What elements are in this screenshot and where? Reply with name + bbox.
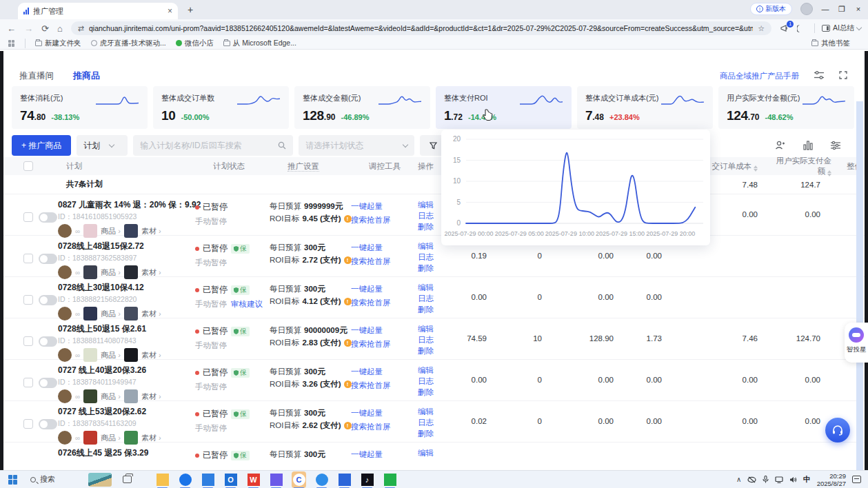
- reload-icon[interactable]: ⟳: [41, 24, 49, 33]
- plan-title[interactable]: 0728线上30退10保4.12: [58, 282, 195, 294]
- task-view-icon[interactable]: [123, 476, 132, 483]
- material-thumbnail[interactable]: [124, 307, 138, 321]
- action-link[interactable]: 编辑: [418, 323, 450, 334]
- product-link[interactable]: 商品 ›: [101, 392, 121, 402]
- row-checkbox[interactable]: [23, 419, 33, 429]
- speaker-icon[interactable]: [789, 476, 797, 483]
- megaphone-extension-icon[interactable]: 1: [780, 23, 790, 34]
- page-nav-tab[interactable]: 推商品: [73, 70, 100, 82]
- action-link[interactable]: 删除: [418, 263, 450, 274]
- col-header-user-paid[interactable]: 用户实际支付金额: [769, 157, 841, 176]
- url-text[interactable]: qianchuan.jinritemai.com/uni-prom?aavid=…: [89, 24, 753, 32]
- start-button-icon[interactable]: [8, 475, 18, 485]
- stat-card[interactable]: 用户实际支付金额(元) 124.70 -48.62%: [718, 86, 854, 129]
- material-link[interactable]: 素材 ›: [141, 309, 161, 319]
- notification-center-icon[interactable]: [852, 476, 861, 483]
- tool-link[interactable]: 一键起量: [351, 365, 418, 378]
- taskbar-app[interactable]: [155, 471, 170, 488]
- tool-link[interactable]: 搜索抢首屏: [351, 255, 418, 268]
- tool-link[interactable]: 一键起量: [351, 324, 418, 337]
- tool-link[interactable]: 搜索抢首屏: [351, 214, 418, 227]
- stat-card[interactable]: 整体成交订单成本(元) 7.48 +23.84%: [577, 86, 713, 129]
- bookmark-item[interactable]: 新建文件夹: [35, 39, 81, 48]
- material-link[interactable]: 素材 ›: [141, 392, 161, 402]
- tool-link[interactable]: 一键起量: [351, 283, 418, 296]
- plan-title[interactable]: 0727 线上40退20保3.26: [58, 365, 195, 376]
- fullscreen-icon[interactable]: [839, 70, 847, 82]
- material-link[interactable]: 素材 ›: [141, 226, 161, 236]
- product-thumbnail[interactable]: [83, 348, 97, 362]
- manual-link[interactable]: 商品全域推广产品手册: [720, 71, 799, 81]
- plan-enable-toggle[interactable]: [39, 336, 57, 347]
- material-thumbnail[interactable]: [124, 431, 138, 445]
- taskbar-app[interactable]: [269, 471, 283, 488]
- col-header-status[interactable]: 计划状态: [195, 161, 270, 172]
- vertical-scrollbar[interactable]: [856, 101, 863, 470]
- browser-tab[interactable]: 推广管理 ×: [18, 3, 178, 19]
- product-link[interactable]: 商品 ›: [101, 226, 121, 236]
- table-settings-icon[interactable]: [831, 141, 840, 150]
- product-link[interactable]: 商品 ›: [101, 350, 121, 360]
- side-panel-icon[interactable]: [8, 40, 15, 47]
- taskbar-app[interactable]: W: [246, 471, 261, 488]
- action-link[interactable]: 删除: [418, 345, 450, 356]
- product-thumbnail[interactable]: [83, 431, 97, 445]
- home-icon[interactable]: ⌂: [57, 24, 63, 33]
- sort-icon[interactable]: [754, 165, 758, 172]
- stat-card[interactable]: 整体成交订单数 10 -50.00%: [153, 86, 289, 129]
- product-thumbnail[interactable]: [83, 224, 97, 238]
- tool-link[interactable]: 搜索抢首屏: [351, 420, 418, 434]
- taskbar-clock[interactable]: 20:29 2025/8/27: [817, 472, 846, 487]
- plan-enable-toggle[interactable]: [39, 378, 57, 388]
- tool-link[interactable]: 一键起量: [351, 200, 418, 213]
- col-header-tools[interactable]: 调控工具: [351, 161, 418, 172]
- url-box[interactable]: ⇄ qianchuan.jinritemai.com/uni-prom?aavi…: [71, 21, 771, 35]
- tool-link[interactable]: 搜索抢首屏: [351, 338, 418, 351]
- plan-enable-toggle[interactable]: [39, 212, 57, 223]
- action-link[interactable]: 编辑: [418, 282, 450, 293]
- product-thumbnail[interactable]: [83, 389, 97, 403]
- microphone-icon[interactable]: [763, 476, 769, 483]
- window-close-button[interactable]: ×: [854, 5, 862, 13]
- taskbar-app[interactable]: [178, 471, 192, 488]
- row-checkbox[interactable]: [23, 295, 33, 305]
- action-link[interactable]: 删除: [418, 428, 450, 439]
- taskbar-app[interactable]: O: [223, 471, 238, 488]
- sliders-icon[interactable]: [814, 70, 824, 82]
- taskbar-search[interactable]: 搜索: [30, 474, 55, 485]
- promote-product-button[interactable]: + 推广商品: [12, 135, 71, 156]
- new-tab-button[interactable]: +: [188, 4, 193, 15]
- plan-enable-toggle[interactable]: [39, 295, 57, 305]
- bookmark-item[interactable]: 虎牙直播-技术驱动...: [91, 39, 166, 48]
- taskbar-app[interactable]: [201, 471, 215, 488]
- product-link[interactable]: 商品 ›: [101, 309, 121, 319]
- action-link[interactable]: 日志: [418, 293, 450, 304]
- other-bookmarks[interactable]: 其他书签: [811, 39, 850, 48]
- bookmark-item[interactable]: 从 Microsoft Edge...: [223, 39, 296, 48]
- plan-title[interactable]: 0726线上45 退25 保3.29: [58, 447, 195, 459]
- action-link[interactable]: 编辑: [418, 365, 450, 376]
- plan-status-select[interactable]: 请选择计划状态: [299, 135, 414, 156]
- row-checkbox[interactable]: [23, 254, 33, 263]
- product-link[interactable]: 商品 ›: [101, 267, 121, 278]
- action-link[interactable]: 编辑: [418, 447, 450, 458]
- taskbar-app[interactable]: [337, 471, 352, 488]
- bookmark-star-icon[interactable]: ☆: [758, 24, 765, 33]
- plan-enable-toggle[interactable]: [39, 254, 57, 264]
- tool-link[interactable]: 一键起量: [351, 448, 418, 460]
- sort-icon[interactable]: [827, 170, 831, 176]
- tool-link[interactable]: 一键起量: [351, 407, 418, 420]
- row-checkbox[interactable]: [23, 212, 33, 222]
- action-link[interactable]: 编辑: [418, 406, 450, 417]
- material-link[interactable]: 素材 ›: [141, 433, 161, 443]
- columns-chart-icon[interactable]: [803, 141, 813, 150]
- bookmark-item[interactable]: 微信小店: [176, 39, 214, 48]
- plan-title[interactable]: 0727 线上53退20保2.62: [58, 406, 195, 418]
- row-checkbox[interactable]: [23, 378, 33, 387]
- action-link[interactable]: 日志: [418, 252, 450, 263]
- product-thumbnail[interactable]: [83, 265, 97, 279]
- window-minimize-button[interactable]: —: [821, 5, 829, 13]
- tray-expand-icon[interactable]: ∧: [736, 476, 741, 483]
- material-thumbnail[interactable]: [124, 389, 138, 403]
- back-icon[interactable]: ←: [7, 24, 16, 33]
